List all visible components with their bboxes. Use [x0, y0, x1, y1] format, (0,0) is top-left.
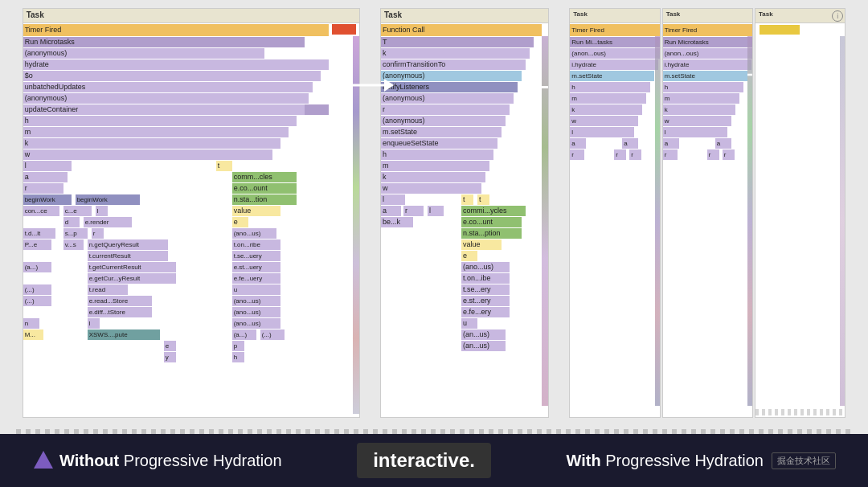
right-panel-1: Task Timer Fired Run Mi...tasks (anon...… [569, 8, 660, 418]
left-label-group: Without Progressive Hydration [32, 449, 282, 472]
bottom-bar: Without Progressive Hydration interactiv… [0, 434, 868, 487]
function-call: Function Call [381, 24, 542, 36]
l-left: l [23, 161, 72, 171]
k-left: k [23, 138, 280, 149]
right-panel-2: Task Timer Fired Run Microtasks (anon...… [662, 8, 753, 418]
large-arrow-1 [346, 76, 394, 97]
w-left: w [23, 149, 272, 160]
beginwork-left: beginWork [23, 194, 72, 205]
anonymous2-left: (anonymous) [23, 93, 309, 104]
svg-marker-3 [384, 79, 394, 92]
right-panels: Task Timer Fired Run Mi...tasks (anon...… [569, 8, 845, 418]
r-left: r [23, 183, 63, 194]
svg-marker-4 [34, 451, 53, 469]
a-left: a [23, 172, 68, 182]
logo-text: 掘金技术社区 [772, 452, 836, 469]
without-label: Without Progressive Hydration [59, 452, 282, 470]
left-task-header: Task [23, 9, 359, 23]
main-content: Task Timer Fired Run Microtasks (anonymo… [0, 0, 868, 434]
interactive-badge: interactive. [357, 443, 491, 478]
unbatched-left: unbatchedUpdates [23, 82, 313, 92]
anonymous-left: (anonymous) [23, 48, 264, 59]
right-label-group: With Progressive Hydration 掘金技术社区 [567, 452, 836, 470]
hydrate-left: hydrate [23, 59, 329, 70]
middle-panel: Task Function Call T k confirmTransition… [380, 8, 549, 418]
middle-task-header: Task [381, 9, 548, 23]
h-left: h [23, 116, 297, 126]
so-left: $o [23, 71, 321, 81]
timer-fired-left: Timer Fired [23, 24, 329, 36]
update-container-left: updateContainer [23, 104, 305, 115]
right-panel-3: Task i [755, 8, 845, 418]
left-panel: Task Timer Fired Run Microtasks (anonymo… [23, 8, 360, 418]
m-left: m [23, 127, 289, 137]
logo-triangle [32, 449, 55, 472]
run-microtasks-left: Run Microtasks [23, 37, 305, 47]
with-label: With Progressive Hydration [567, 452, 764, 470]
